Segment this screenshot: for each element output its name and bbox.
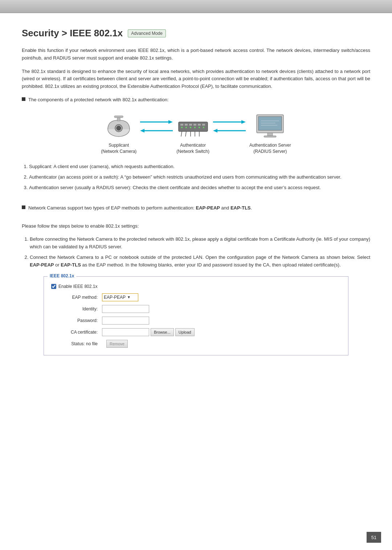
eap-tls-bold: EAP-TLS [230,205,251,211]
browse-button[interactable]: Browse... [151,328,174,336]
svg-rect-15 [202,124,205,126]
bold-eap-tls: EAP-TLS [61,262,81,268]
ca-input[interactable] [102,328,149,336]
svg-point-17 [185,127,187,128]
svg-rect-32 [258,117,282,130]
intro-para1: Enable this function if your network env… [22,47,370,62]
svg-rect-33 [268,133,273,136]
eap-select-arrow: ▼ [127,295,131,299]
bullet-icon-2 [22,205,25,209]
svg-rect-34 [264,136,276,137]
password-label: Password: [58,318,102,323]
eap-peap-bold: EAP-PEAP [196,205,220,211]
svg-line-22 [181,131,182,137]
ca-row: Browse... Upload [102,328,195,336]
bullet-eap-text: Network Cameras support two types of EAP… [28,204,252,212]
svg-point-18 [190,127,191,128]
status-label: Status: no file [58,341,102,346]
page-title: Security > IEEE 802.1x [22,28,123,39]
svg-marker-6 [168,120,173,124]
eap-select-value: EAP-PEAP [104,295,126,300]
auth-server-label: Authentication Server (RADIUS Server) [249,142,291,155]
svg-rect-9 [179,122,208,131]
password-input[interactable] [102,317,149,325]
steps-list-2: Before connecting the Network Camera to … [22,236,370,269]
svg-point-20 [199,127,200,128]
enable-checkbox[interactable] [51,284,56,289]
config-box-title: IEEE 802.1x [48,273,76,278]
switch-icon [177,111,209,140]
page-number-container: 51 [367,532,381,543]
enable-label: Enable IEEE 802.1x [58,284,97,289]
svg-rect-10 [180,124,183,126]
bullet-icon [22,97,25,101]
status-row: Status: no file Remove [51,340,341,348]
step2-1: Before connecting the Network Camera to … [30,236,370,251]
svg-point-16 [181,127,183,128]
bold-eap-peap: EAP-PEAP [30,262,54,268]
steps-intro: Please follow the steps below to enable … [22,223,370,230]
page-header: Security > IEEE 802.1x Advanced Mode [22,28,370,39]
step-2: Authenticator (an access point or a swit… [29,174,370,181]
arrows-2 [209,119,249,134]
step-1: Supplicant: A client end user (camera), … [29,163,370,171]
svg-rect-11 [185,124,188,126]
ca-cert-row: CA certificate: Browse... Upload [51,328,341,336]
top-bar [0,0,392,13]
page-number: 51 [371,535,376,540]
enable-row: Enable IEEE 802.1x [51,284,341,289]
diagram-supplicant: Supplicant (Network Camera) [101,111,136,155]
identity-input[interactable] [102,305,149,313]
remove-button[interactable]: Remove [106,340,128,348]
password-row: Password: [51,317,341,325]
ca-label: CA certificate: [58,330,102,335]
status-value: no file [86,341,98,346]
svg-point-21 [203,127,204,128]
svg-rect-14 [198,124,201,126]
config-box: IEEE 802.1x Enable IEEE 802.1x EAP metho… [44,276,348,355]
svg-point-2 [117,126,121,130]
authenticator-label: Authenticator (Network Switch) [176,142,209,155]
svg-rect-4 [114,116,123,118]
step-3: Authentication server (usually a RADIUS … [29,184,370,192]
eap-method-select[interactable]: EAP-PEAP ▼ [102,293,138,301]
content: Security > IEEE 802.1x Advanced Mode Ena… [0,13,392,377]
svg-marker-8 [140,129,144,133]
supplicant-label: Supplicant (Network Camera) [101,142,136,155]
diagram-auth-server: Authentication Server (RADIUS Server) [249,111,291,155]
diagram-authenticator: Authenticator (Network Switch) [176,111,209,155]
step2-2: Connect the Network Camera to a PC or no… [30,254,370,269]
camera-icon [102,111,135,140]
svg-marker-30 [213,129,217,133]
monitor-icon [254,111,286,140]
svg-rect-13 [193,124,196,126]
network-diagram: Supplicant (Network Camera) [22,111,370,155]
eap-method-label: EAP method: [58,295,102,300]
upload-button[interactable]: Upload [175,328,195,336]
steps-list-1: Supplicant: A client end user (camera), … [22,163,370,191]
intro-para2: The 802.1x standard is designed to enhan… [22,68,370,90]
svg-rect-12 [189,124,192,126]
svg-point-19 [194,127,196,128]
identity-row: Identity: [51,305,341,313]
bullet-components: The components of a protected network wi… [22,96,370,104]
bullet-eap: Network Cameras support two types of EAP… [22,204,370,212]
svg-marker-28 [241,120,246,124]
arrows-1 [136,119,176,134]
svg-line-23 [185,131,186,137]
identity-label: Identity: [58,306,102,311]
eap-method-row: EAP method: EAP-PEAP ▼ [51,293,341,301]
bullet-components-text: The components of a protected network wi… [28,96,169,104]
advanced-mode-badge[interactable]: Advanced Mode [128,29,166,37]
